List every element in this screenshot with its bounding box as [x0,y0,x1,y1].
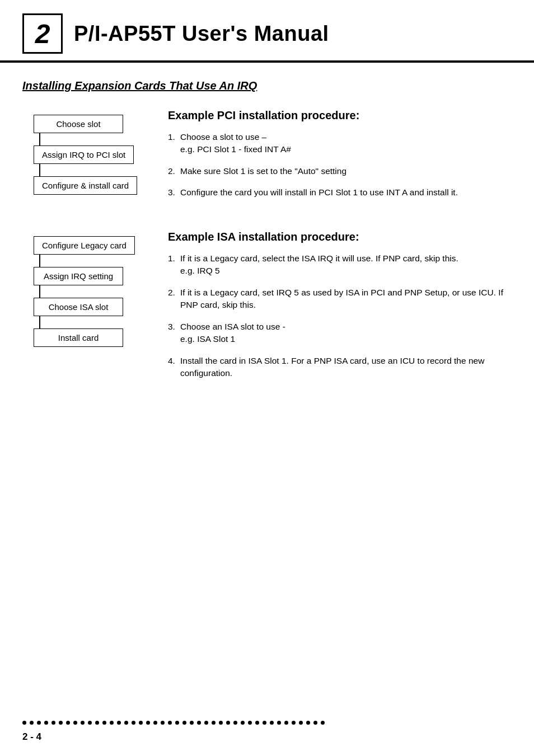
pci-example-block: Choose slot Assign IRQ to PCI slot Confi… [22,109,512,208]
footer-dot [117,721,121,725]
isa-step-num-3: 3. [168,321,180,333]
footer-dot [241,721,245,725]
isa-step-2: 2. If it is a Legacy card, set IRQ 5 as … [168,287,512,312]
pci-step-text-2: Make sure Slot 1 is set to the "Auto" se… [180,165,512,177]
isa-flow-item-3: Choose ISA slot [34,298,123,328]
isa-flow-connector: Configure Legacy card Assign IRQ setting… [22,236,146,347]
footer-dot [139,721,143,725]
footer-dot [255,721,259,725]
footer-dot [277,721,281,725]
isa-step-text-3: Choose an ISA slot to use -e.g. ISA Slot… [180,321,512,346]
footer-dot [95,721,99,725]
isa-flow-box-1: Configure Legacy card [34,236,135,255]
footer-dot [190,721,194,725]
isa-flow-box-3: Choose ISA slot [34,298,123,316]
dots-line [22,721,512,725]
footer-dot [73,721,77,725]
footer-dot [30,721,34,725]
footer-dot [22,721,26,725]
pci-flow-item-3: Configure & install card [34,176,137,195]
footer-dot [182,721,186,725]
isa-flow-arrow-2 [39,285,40,298]
footer-dot [44,721,48,725]
pci-example-title: Example PCI installation procedure: [168,109,512,122]
pci-step-1: 1. Choose a slot to use –e.g. PCI Slot 1… [168,131,512,156]
pci-step-num-3: 3. [168,186,180,199]
page-title: P/I-AP55T User's Manual [74,22,329,46]
isa-step-num-1: 1. [168,252,180,265]
pci-instructions: Example PCI installation procedure: 1. C… [168,109,512,208]
pci-steps: 1. Choose a slot to use –e.g. PCI Slot 1… [168,131,512,199]
footer-dot [233,721,237,725]
isa-example-block: Configure Legacy card Assign IRQ setting… [22,231,512,389]
footer-dot [175,721,179,725]
footer-dot [37,721,41,725]
content-area: Installing Expansion Cards That Use An I… [0,63,534,428]
isa-step-num-2: 2. [168,287,180,299]
pci-flow-box-1: Choose slot [34,115,123,133]
footer-dot [306,721,310,725]
pci-step-num-1: 1. [168,131,180,143]
pci-flow-connector: Choose slot Assign IRQ to PCI slot Confi… [22,115,146,195]
isa-step-3: 3. Choose an ISA slot to use -e.g. ISA S… [168,321,512,346]
pci-flow-item-2: Assign IRQ to PCI slot [34,145,134,176]
pci-step-text-3: Configure the card you will install in P… [180,186,512,199]
chapter-number-box: 2 [22,13,63,54]
pci-flow-item-1: Choose slot [34,115,123,145]
pci-flow-arrow-1 [39,133,40,145]
pci-flowchart: Choose slot Assign IRQ to PCI slot Confi… [22,115,146,195]
isa-step-4: 4. Install the card in ISA Slot 1. For a… [168,355,512,380]
pci-step-2: 2. Make sure Slot 1 is set to the "Auto"… [168,165,512,177]
footer-dot [81,721,85,725]
section-heading: Installing Expansion Cards That Use An I… [22,79,512,92]
isa-step-text-2: If it is a Legacy card, set IRQ 5 as use… [180,287,512,312]
pci-step-text-1: Choose a slot to use –e.g. PCI Slot 1 - … [180,131,512,156]
footer-dot [204,721,208,725]
footer-dot [88,721,92,725]
footer-dot [270,721,274,725]
page: 2 P/I-AP55T User's Manual Installing Exp… [0,0,534,756]
footer-dot [226,721,230,725]
isa-step-num-4: 4. [168,355,180,367]
pci-step-num-2: 2. [168,165,180,177]
isa-flow-box-4: Install card [34,328,123,347]
isa-step-text-4: Install the card in ISA Slot 1. For a PN… [180,355,512,380]
footer-dots [0,721,534,725]
footer-dot [146,721,150,725]
footer-dot [161,721,165,725]
isa-flow-item-2: Assign IRQ setting [34,267,123,298]
isa-step-1: 1. If it is a Legacy card, select the IS… [168,252,512,278]
footer-dot [132,721,135,725]
footer-dot [168,721,172,725]
footer-dot [212,721,216,725]
isa-flow-arrow-1 [39,255,40,267]
page-number: 2 - 4 [22,731,41,743]
footer-dot [313,721,317,725]
isa-flow-arrow-3 [39,316,40,328]
pci-step-3: 3. Configure the card you will install i… [168,186,512,199]
isa-flow-item-4: Install card [34,328,123,347]
isa-example-title: Example ISA installation procedure: [168,231,512,243]
isa-flow-box-2: Assign IRQ setting [34,267,123,285]
footer-dot [153,721,157,725]
isa-step-text-1: If it is a Legacy card, select the ISA I… [180,252,512,278]
footer-dot [263,721,266,725]
footer-dot [248,721,252,725]
footer-dot [110,721,114,725]
footer-dot [197,721,201,725]
footer-dot [102,721,106,725]
footer-dot [292,721,296,725]
footer-dot [299,721,303,725]
pci-flow-arrow-2 [39,164,40,176]
isa-instructions: Example ISA installation procedure: 1. I… [168,231,512,389]
footer-dot [284,721,288,725]
isa-flow-item-1: Configure Legacy card [34,236,135,267]
pci-flow-box-3: Configure & install card [34,176,137,195]
footer-dot [124,721,128,725]
footer-dot [51,721,55,725]
isa-steps: 1. If it is a Legacy card, select the IS… [168,252,512,380]
footer-dot [66,721,70,725]
footer-dot [59,721,63,725]
footer-dot [321,721,325,725]
footer-dot [219,721,223,725]
